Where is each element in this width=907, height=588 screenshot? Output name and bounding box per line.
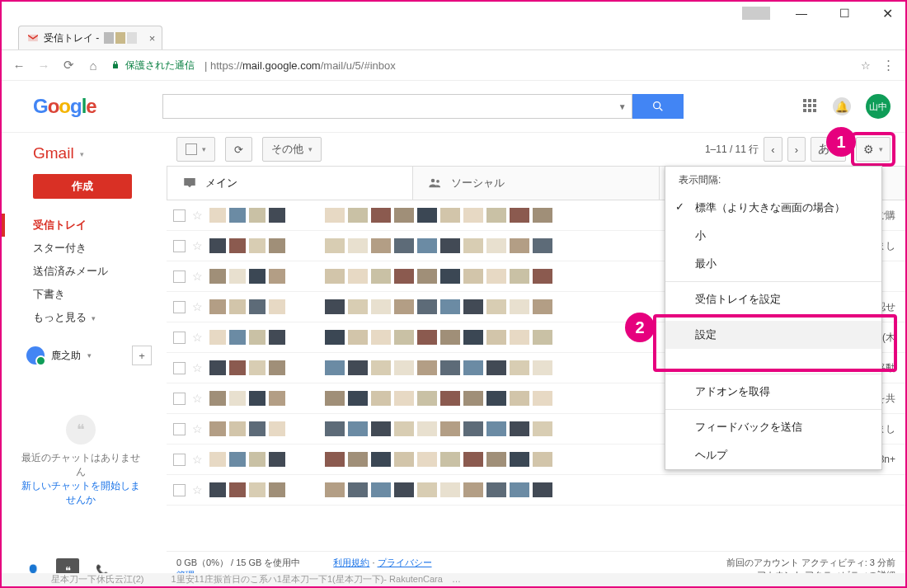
hangouts-self[interactable]: 鹿之助▾ + (26, 346, 160, 365)
row-checkbox[interactable] (173, 209, 186, 222)
settings-highlight-1: 1 ⚙▾ (851, 132, 895, 167)
search-button[interactable] (632, 94, 684, 119)
pager-prev[interactable]: ‹ (764, 137, 782, 162)
star-icon[interactable]: ☆ (192, 209, 203, 222)
select-all-button[interactable]: ▾ (176, 137, 215, 162)
maximize-button[interactable]: ☐ (833, 7, 856, 20)
os-titlebar: — ☐ ✕ (2, 2, 905, 25)
account-avatar[interactable]: 山中 (866, 94, 891, 119)
home-icon[interactable]: ⌂ (86, 59, 101, 73)
secure-label: 保護された通信 (125, 59, 195, 73)
new-chat-button[interactable]: + (132, 346, 152, 365)
redacted-icon (104, 32, 137, 44)
nav-drafts[interactable]: 下書き (2, 283, 160, 306)
nav-starred[interactable]: スター付き (2, 237, 160, 260)
terms-link[interactable]: 利用規約 (333, 557, 369, 567)
bookmark-star-icon[interactable]: ☆ (861, 59, 871, 72)
svg-point-1 (431, 179, 435, 183)
configure-inbox[interactable]: 受信トレイを設定 (665, 285, 881, 313)
star-icon[interactable]: ☆ (192, 270, 203, 283)
settings-highlight-2: 2 (653, 314, 897, 372)
forward-icon[interactable]: → (36, 59, 51, 73)
redacted-title (742, 7, 770, 20)
search-icon (651, 100, 665, 113)
people-icon (428, 176, 443, 191)
svg-point-2 (436, 180, 439, 183)
browser-toolbar: ← → ⟳ ⌂ 保護された通信 | https://mail.google.co… (2, 50, 905, 81)
omnibox[interactable]: | https://mail.google.com/mail/u/5/#inbo… (204, 59, 396, 72)
row-checkbox[interactable] (173, 332, 186, 344)
callout-2: 2 (625, 313, 655, 342)
storage-label: 0 GB（0%） / 15 GB を使用中 (176, 557, 300, 569)
presence-avatar-icon (26, 346, 45, 365)
refresh-icon: ⟳ (234, 143, 243, 156)
browser-tab[interactable]: 受信トレイ - × (18, 26, 162, 49)
tab-primary[interactable]: メイン (167, 167, 412, 200)
close-tab-icon[interactable]: × (149, 32, 156, 45)
refresh-button[interactable]: ⟳ (225, 137, 252, 162)
message-row[interactable]: ☆ (167, 475, 905, 506)
privacy-link[interactable]: プライバシー (378, 557, 432, 567)
more-actions-button[interactable]: その他▾ (262, 137, 322, 162)
star-icon[interactable]: ☆ (192, 483, 203, 496)
main-pane: ▾ ⟳ その他▾ 1–11 / 11 行 ‹ › あ▾ 1 ⚙▾ メイ (167, 133, 905, 586)
chat-empty-label: 最近のチャットはありません (18, 451, 143, 479)
menu-feedback[interactable]: フィードバックを送信 (665, 413, 881, 441)
row-checkbox[interactable] (173, 362, 186, 374)
row-checkbox[interactable] (173, 393, 186, 405)
row-checkbox[interactable] (173, 423, 186, 435)
activity-label: 前回のアカウント アクティビティ: 3 分前 (726, 557, 895, 569)
pager-label: 1–11 / 11 行 (705, 143, 759, 157)
star-icon[interactable]: ☆ (192, 422, 203, 435)
density-standard[interactable]: 標準（より大きな画面の場合） (665, 194, 881, 222)
density-header: 表示間隔: (665, 167, 881, 194)
site-security[interactable]: 保護された通信 (110, 59, 195, 73)
callout-1: 1 (826, 127, 856, 157)
google-logo[interactable]: Google (33, 95, 96, 118)
pager-next[interactable]: › (787, 137, 806, 162)
tab-title: 受信トレイ - (44, 31, 99, 45)
menu-help[interactable]: ヘルプ (665, 441, 881, 469)
browser-menu-icon[interactable]: ⋮ (881, 58, 895, 73)
gear-icon: ⚙ (863, 143, 874, 156)
star-icon[interactable]: ☆ (192, 331, 203, 344)
nav-sent[interactable]: 送信済みメール (2, 260, 160, 283)
star-icon[interactable]: ☆ (192, 453, 203, 466)
reload-icon[interactable]: ⟳ (61, 58, 76, 73)
svg-point-0 (653, 102, 660, 109)
lock-icon (110, 59, 120, 71)
sidebar: Gmail ▾ 作成 受信トレイ スター付き 送信済みメール 下書き もっと見る… (2, 133, 167, 586)
mail-toolbar: ▾ ⟳ その他▾ 1–11 / 11 行 ‹ › あ▾ 1 ⚙▾ (167, 133, 905, 166)
hangouts-empty-icon: ❝ (66, 415, 96, 445)
tab-social[interactable]: ソーシャル (412, 167, 658, 200)
settings-gear-button[interactable]: ⚙▾ (856, 137, 891, 162)
cutoff-row: 星本刀一下休氏云江(2) 1里安11庄振首日のこ系ハ1星本刀一下1(星本刀一下)… (2, 573, 905, 586)
row-checkbox[interactable] (173, 454, 186, 466)
star-icon[interactable]: ☆ (192, 239, 203, 252)
compose-button[interactable]: 作成 (33, 174, 132, 199)
star-icon[interactable]: ☆ (192, 361, 203, 374)
inbox-icon (182, 176, 197, 191)
minimize-button[interactable]: — (790, 7, 813, 20)
star-icon[interactable]: ☆ (192, 392, 203, 405)
row-checkbox[interactable] (173, 240, 186, 252)
browser-tabstrip: 受信トレイ - × (2, 25, 905, 50)
apps-grid-icon[interactable] (803, 99, 818, 114)
start-chat-link[interactable]: 新しいチャットを開始しませんか (18, 479, 143, 507)
gmail-logo[interactable]: Gmail ▾ (2, 143, 160, 174)
search-options-caret-icon[interactable]: ▼ (618, 102, 627, 111)
search-input[interactable]: ▼ (162, 94, 632, 119)
menu-addons[interactable]: アドオンを取得 (665, 378, 881, 406)
gmail-favicon-icon (27, 32, 39, 44)
row-checkbox[interactable] (173, 270, 186, 283)
nav-inbox[interactable]: 受信トレイ (2, 214, 160, 237)
density-small[interactable]: 小 (665, 222, 881, 250)
row-checkbox[interactable] (173, 301, 186, 313)
row-checkbox[interactable] (173, 484, 186, 496)
nav-more[interactable]: もっと見る ▾ (2, 306, 160, 329)
notifications-icon[interactable]: 🔔 (833, 97, 851, 115)
density-min[interactable]: 最小 (665, 250, 881, 278)
close-window-button[interactable]: ✕ (876, 6, 899, 21)
back-icon[interactable]: ← (12, 59, 26, 73)
star-icon[interactable]: ☆ (192, 300, 203, 313)
